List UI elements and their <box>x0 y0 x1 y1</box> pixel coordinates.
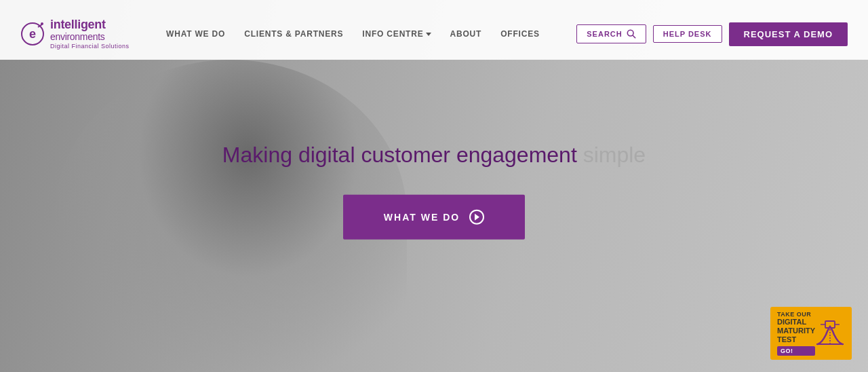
arrow-circle-icon <box>469 210 484 225</box>
header-controls: SEARCH HELP DESK REQUEST A DEMO <box>576 22 848 46</box>
request-demo-button[interactable]: REQUEST A DEMO <box>729 22 848 46</box>
logo-tagline: Digital Financial Solutions <box>50 43 130 50</box>
nav-offices[interactable]: OFFICES <box>500 29 540 39</box>
logo-text: intelligent environments Digital Financi… <box>50 18 130 50</box>
logo[interactable]: e intelligent environments Digital Finan… <box>20 18 130 50</box>
nav-about[interactable]: ABOUT <box>450 29 482 39</box>
bell-curve-icon <box>815 318 845 348</box>
chevron-down-icon <box>426 33 431 36</box>
nav-clients-partners[interactable]: CLIENTS & PARTNERS <box>244 29 343 39</box>
main-navigation: WHAT WE DO CLIENTS & PARTNERS INFO CENTR… <box>166 29 540 39</box>
svg-point-3 <box>41 22 43 25</box>
hero-headline: Making digital customer engagement simpl… <box>197 143 671 168</box>
help-desk-button[interactable]: HELP DESK <box>653 25 722 43</box>
hero-content: Making digital customer engagement simpl… <box>197 143 671 240</box>
svg-text:e: e <box>29 27 36 41</box>
search-button[interactable]: SEARCH <box>576 24 646 43</box>
nav-what-we-do[interactable]: WHAT WE DO <box>166 29 225 39</box>
header: e intelligent environments Digital Finan… <box>0 0 868 60</box>
maturity-text: TAKE OUR DIGITAL MATURITY TEST GO! <box>777 311 815 356</box>
digital-maturity-badge[interactable]: TAKE OUR DIGITAL MATURITY TEST GO! <box>770 307 852 360</box>
logo-brand-name2: environments <box>50 32 130 42</box>
svg-line-5 <box>633 35 635 38</box>
search-icon <box>627 29 636 39</box>
logo-brand-name: intelligent <box>50 18 130 32</box>
what-we-do-button[interactable]: WHAT WE DO <box>343 195 525 240</box>
logo-icon: e <box>20 22 45 46</box>
arrow-right-icon <box>475 214 479 221</box>
nav-info-centre[interactable]: INFO CENTRE <box>362 29 431 39</box>
